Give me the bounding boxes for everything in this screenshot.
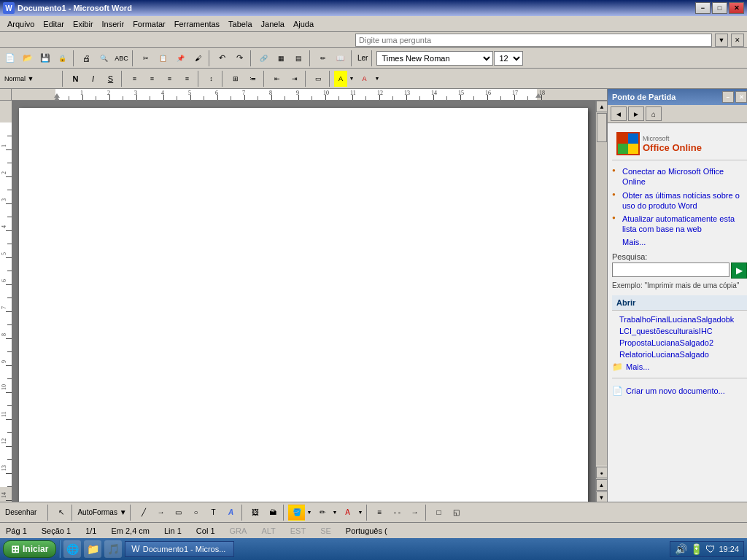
print-button[interactable]: 🖨 (78, 50, 95, 66)
auto-update-link[interactable]: Atualizar automaticamente esta lista com… (612, 212, 747, 236)
highlight-dropdown[interactable]: ▼ (348, 71, 355, 87)
drawing-button[interactable]: ✏ (314, 50, 331, 66)
menu-janela[interactable]: Janela (257, 18, 289, 30)
panel-resize-button[interactable]: − (722, 91, 734, 103)
outside-border-button[interactable]: ▭ (310, 71, 327, 87)
fill-color-button[interactable]: 🪣 (288, 505, 305, 521)
arrow-style-button[interactable]: → (406, 505, 423, 521)
explorer-icon[interactable]: 📁 (84, 540, 101, 558)
font-name-select[interactable]: Times New Roman (376, 51, 493, 66)
highlight-button[interactable]: A (334, 71, 347, 87)
open-button[interactable]: 📂 (19, 50, 36, 66)
ie-icon[interactable]: 🌐 (63, 540, 81, 558)
paste-button[interactable]: 📌 (172, 50, 189, 66)
copy-button[interactable]: 📋 (155, 50, 171, 66)
tray-icon-3[interactable]: 🛡 (705, 543, 716, 555)
justify-button[interactable]: ≡ (179, 71, 196, 87)
restore-button[interactable]: □ (712, 2, 727, 14)
menu-editar[interactable]: Editar (39, 18, 69, 30)
minimize-button[interactable]: − (695, 2, 711, 14)
textbox-button[interactable]: T (205, 505, 222, 521)
start-button[interactable]: ⊞ Iniciar (3, 540, 56, 558)
line-style-button[interactable]: ≡ (371, 505, 388, 521)
docmap-button[interactable]: 📖 (332, 50, 349, 66)
search-go-button[interactable]: ▶ (731, 262, 747, 279)
menu-formatar[interactable]: Formatar (128, 18, 170, 30)
font-color-draw-button[interactable]: A (339, 505, 356, 521)
line-spacing-button[interactable]: ↕ (203, 71, 220, 87)
3d-button[interactable]: ◱ (448, 505, 465, 521)
picture-button[interactable]: 🏔 (264, 505, 281, 521)
align-right-button[interactable]: ≡ (161, 71, 178, 87)
document-area[interactable] (12, 101, 595, 502)
italic-button[interactable]: I (85, 71, 101, 87)
help-input[interactable] (355, 34, 712, 47)
undo-button[interactable]: ↶ (214, 50, 231, 66)
document-page[interactable] (19, 108, 588, 502)
hyperlink-button[interactable]: 🔗 (255, 50, 272, 66)
font-color-draw-dropdown[interactable]: ▼ (357, 505, 364, 521)
font-color-dropdown[interactable]: ▼ (374, 71, 381, 87)
spell-button[interactable]: ABC (113, 50, 130, 66)
vertical-scrollbar[interactable]: ▲ ● ▲ ▼ ▼ (595, 101, 607, 502)
new-doc-link[interactable]: 📄 Criar um novo documento... (612, 384, 747, 397)
prev-page-button[interactable]: ▲ (596, 479, 608, 491)
search-input[interactable] (612, 262, 729, 277)
align-left-button[interactable]: ≡ (126, 71, 143, 87)
table-button[interactable]: ▦ (273, 50, 290, 66)
font-color-button[interactable]: A (356, 71, 373, 87)
panel-back-button[interactable]: ◄ (611, 106, 627, 121)
menu-inserir[interactable]: Inserir (98, 18, 129, 30)
draw-dropdown-button[interactable]: Desenhar (1, 505, 45, 521)
style-select-button[interactable]: Normal ▼ (1, 71, 60, 87)
file-link-1[interactable]: TrabalhoFinalLucianaSalgadobk (612, 314, 747, 325)
scroll-track[interactable] (596, 112, 607, 465)
line-color-dropdown[interactable]: ▼ (331, 505, 338, 521)
panel-forward-button[interactable]: ► (628, 106, 644, 121)
tray-icon-1[interactable]: 🔊 (675, 543, 687, 555)
menu-ajuda[interactable]: Ajuda (289, 18, 318, 30)
help-close-button[interactable]: ✕ (731, 34, 744, 47)
cut-button[interactable]: ✂ (137, 50, 154, 66)
mais-link[interactable]: Mais... (612, 236, 747, 248)
panel-home-button[interactable]: ⌂ (646, 106, 662, 121)
dash-style-button[interactable]: - - (389, 505, 406, 521)
news-link[interactable]: Obter as últimas notícias sobre o uso do… (612, 189, 747, 213)
permission-button[interactable]: 🔒 (54, 50, 71, 66)
panel-close-button[interactable]: ✕ (735, 91, 747, 103)
new-button[interactable]: 📄 (1, 50, 18, 66)
tray-icon-2[interactable]: 🔋 (690, 543, 703, 555)
scroll-up-button[interactable]: ▲ (596, 101, 608, 112)
file-link-4[interactable]: RelatorioLucianaSalgado (612, 349, 747, 360)
decrease-indent-button[interactable]: ⇤ (268, 71, 285, 87)
line-color-button[interactable]: ✏ (314, 505, 330, 521)
line-button[interactable]: ╱ (135, 505, 152, 521)
menu-arquivo[interactable]: Arquivo (3, 18, 39, 30)
wordart-button[interactable]: A (222, 505, 239, 521)
shadow-button[interactable]: □ (430, 505, 447, 521)
fill-dropdown[interactable]: ▼ (306, 505, 313, 521)
autoformas-button[interactable]: AutoFormas ▼ (77, 505, 128, 521)
arrow-button[interactable]: → (152, 505, 169, 521)
close-button[interactable]: ✕ (729, 2, 744, 14)
increase-indent-button[interactable]: ⇥ (286, 71, 303, 87)
active-window-button[interactable]: W Documento1 - Micros... (125, 541, 234, 557)
bold-button[interactable]: N (67, 71, 84, 87)
open-mais-link[interactable]: 📁 Mais... (612, 360, 747, 373)
file-link-2[interactable]: LCI_questõesculturaisIHC (612, 325, 747, 337)
scroll-thumb[interactable] (597, 113, 607, 142)
font-size-select[interactable]: 12 (494, 51, 523, 66)
oval-button[interactable]: ○ (187, 505, 204, 521)
redo-button[interactable]: ↷ (231, 50, 248, 66)
next-page-button[interactable]: ▼ (596, 491, 608, 502)
clip-art-button[interactable]: 🖼 (247, 505, 263, 521)
menu-tabela[interactable]: Tabela (224, 18, 256, 30)
print-preview-button[interactable]: 🔍 (96, 50, 112, 66)
align-center-button[interactable]: ≡ (144, 71, 160, 87)
numbering-button[interactable]: ⊞ (227, 71, 244, 87)
file-link-3[interactable]: PropostaLucianaSalgado2 (612, 337, 747, 349)
underline-button[interactable]: S (102, 71, 119, 87)
media-icon[interactable]: 🎵 (104, 540, 122, 558)
bullets-button[interactable]: ≔ (244, 71, 261, 87)
format-painter-button[interactable]: 🖌 (190, 50, 206, 66)
